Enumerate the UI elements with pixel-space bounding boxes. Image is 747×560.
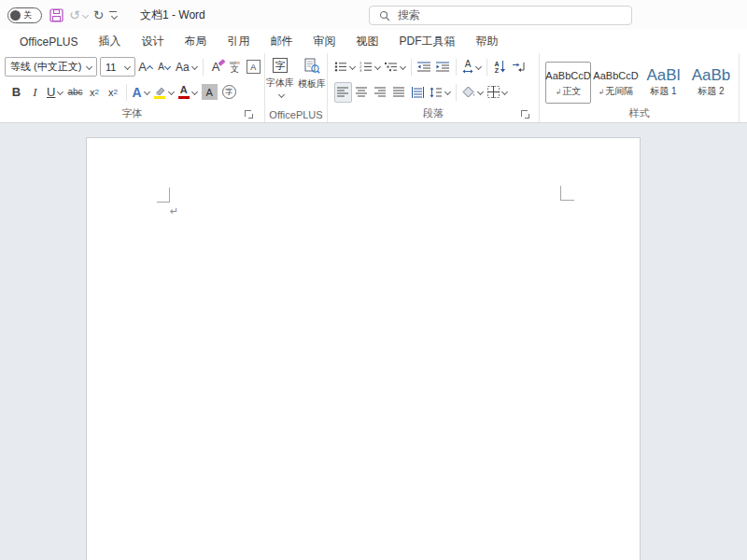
align-center-button[interactable] [353, 82, 371, 103]
undo-button[interactable]: ↺ [66, 4, 91, 26]
font-name-combobox[interactable]: 等线 (中文正文) [5, 57, 97, 77]
style-name: ↲正文 [556, 85, 582, 98]
tab-layout[interactable]: 布局 [174, 30, 217, 53]
style-preview: AaBbCcD [545, 68, 590, 83]
tab-design[interactable]: 设计 [131, 30, 174, 53]
change-case-icon: Aa [176, 61, 190, 74]
justify-icon [393, 87, 405, 97]
chevron-down-icon [168, 89, 175, 95]
grow-font-icon: A [138, 60, 147, 74]
redo-button[interactable]: ↻ [91, 4, 107, 26]
tab-officeplus[interactable]: OfficePLUS [9, 30, 88, 53]
shading-button[interactable] [460, 82, 485, 103]
font-size-value: 11 [106, 62, 116, 73]
change-case-button[interactable]: Aa [174, 57, 199, 77]
toggle-knob-icon [10, 10, 21, 21]
chevron-down-icon [475, 63, 482, 70]
chevron-down-icon [111, 13, 118, 20]
decrease-indent-button[interactable] [416, 57, 433, 77]
underline-icon: U [47, 85, 55, 99]
text-effects-icon: A [133, 85, 142, 100]
italic-button[interactable]: I [26, 82, 44, 103]
style-normal[interactable]: AaBbCcD ↲正文 [545, 62, 591, 104]
increase-indent-button[interactable] [434, 57, 452, 77]
chevron-down-icon [400, 63, 406, 70]
chevron-down-icon [278, 91, 285, 98]
font-library-button[interactable]: 字 字体库 [266, 58, 294, 97]
align-right-button[interactable] [372, 82, 389, 103]
tab-references[interactable]: 引用 [217, 30, 260, 53]
grow-font-button[interactable]: A [136, 57, 154, 77]
style-heading-2[interactable]: AaBb 标题 2 [688, 62, 734, 104]
document-page[interactable]: ↵ [86, 137, 641, 560]
customize-quick-access-button[interactable] [106, 4, 120, 26]
borders-button[interactable] [486, 82, 509, 103]
show-hide-marks-button[interactable] [510, 57, 528, 77]
subscript-button[interactable]: x2 [86, 82, 104, 103]
justify-button[interactable] [390, 82, 408, 103]
tab-view[interactable]: 视图 [345, 30, 388, 53]
numbering-button[interactable]: 1 2 3 [358, 57, 382, 77]
line-spacing-icon [430, 87, 443, 98]
character-shading-icon: A [202, 84, 218, 100]
bold-button[interactable]: B [7, 82, 25, 103]
save-icon [49, 8, 63, 22]
style-preview: AaBl [647, 68, 681, 83]
align-left-icon [337, 87, 349, 97]
character-border-button[interactable]: A [245, 57, 262, 77]
search-box[interactable]: 搜索 [369, 6, 632, 25]
underline-button[interactable]: U [45, 82, 64, 103]
strikethrough-button[interactable]: abc [65, 82, 84, 103]
distribute-button[interactable] [409, 82, 427, 103]
font-size-combobox[interactable]: 11 [100, 57, 135, 77]
clear-formatting-icon: A [212, 60, 220, 74]
superscript-button[interactable]: x2 [105, 82, 122, 103]
styles-group: AaBbCcD ↲正文 AaBbCcD ↲无间隔 AaBl 标题 1 AaBb … [540, 53, 740, 122]
tab-pdf-toolbox[interactable]: PDF工具箱 [388, 30, 465, 53]
multilevel-list-button[interactable] [383, 57, 407, 77]
paragraph-dialog-launcher[interactable] [521, 110, 529, 119]
highlight-color-button[interactable] [152, 82, 176, 103]
autosave-state-label: 关 [23, 9, 32, 21]
font-color-button[interactable]: A [176, 82, 199, 103]
bullets-button[interactable] [332, 57, 357, 77]
character-shading-button[interactable]: A [200, 82, 219, 103]
autosave-toggle[interactable]: 关 [7, 7, 42, 23]
phonetic-guide-icon: wén 文 [230, 60, 240, 74]
sort-button[interactable]: AZ [491, 57, 509, 77]
text-effects-button[interactable]: A [131, 82, 151, 103]
chevron-down-icon [477, 89, 484, 95]
tab-mailings[interactable]: 邮件 [260, 30, 303, 53]
save-button[interactable] [47, 4, 66, 26]
tab-help[interactable]: 帮助 [465, 30, 508, 53]
margin-crop-mark-left [157, 188, 170, 203]
chevron-down-icon [124, 63, 131, 70]
tab-insert[interactable]: 插入 [88, 30, 131, 53]
font-group-label: 字体 [0, 106, 264, 120]
line-spacing-button[interactable] [428, 82, 452, 103]
styles-group-label: 样式 [540, 106, 739, 120]
font-dialog-launcher[interactable] [245, 110, 253, 119]
show-hide-marks-icon [512, 62, 526, 73]
distribute-icon [412, 87, 424, 98]
shrink-font-button[interactable]: A [155, 57, 173, 77]
styles-gallery: AaBbCcD ↲正文 AaBbCcD ↲无间隔 AaBl 标题 1 AaBb … [545, 62, 737, 104]
align-left-button[interactable] [334, 82, 352, 103]
subscript-mark: 2 [95, 88, 99, 96]
chevron-down-icon [374, 63, 381, 70]
phonetic-guide-button[interactable]: wén 文 [226, 57, 244, 77]
clear-formatting-button[interactable]: A [207, 57, 225, 77]
title-bar: 关 ↺ ↻ 文档1 - Word [0, 0, 747, 30]
enclose-characters-button[interactable]: 字 [220, 82, 238, 103]
chevron-down-icon [144, 89, 150, 95]
caret-down-icon [164, 63, 171, 70]
style-heading-1[interactable]: AaBl 标题 1 [641, 62, 686, 104]
asian-layout-icon: A [462, 60, 473, 74]
margin-crop-mark-right [560, 186, 574, 201]
template-library-button[interactable]: 模板库 [298, 58, 326, 97]
asian-layout-button[interactable]: A [460, 57, 483, 77]
divider [456, 59, 457, 76]
tab-review[interactable]: 审阅 [303, 30, 345, 53]
multilevel-list-icon [385, 62, 398, 72]
style-no-spacing[interactable]: AaBbCcD ↲无间隔 [593, 62, 639, 104]
